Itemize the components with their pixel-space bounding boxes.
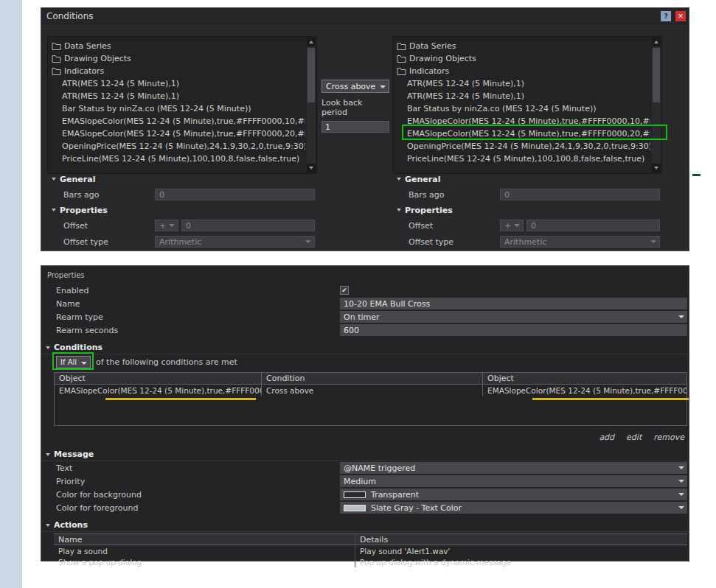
general-section-header[interactable]: General (392, 172, 662, 186)
collapse-icon (46, 346, 50, 349)
conditions-table-body: EMASlopeColor(MES 12-24 (5 Minute),true,… (55, 385, 687, 396)
condition-operator-cell: Cross above (261, 385, 482, 396)
tree-item-label: EMASlopeColor(MES 12-24 (5 Minute),true,… (407, 116, 650, 126)
tree-item-label: OpeningPrice(MES 12-24 (5 Minute),24,1,9… (62, 141, 305, 151)
name-field[interactable]: 10-20 EMA Bull Cross (340, 298, 687, 309)
color-swatch (344, 505, 366, 511)
right-tree-scrollbar[interactable] (652, 38, 661, 172)
tree-item[interactable]: EMASlopeColor(MES 12-24 (5 Minute),true,… (395, 115, 650, 127)
condition-row[interactable]: EMASlopeColor(MES 12-24 (5 Minute),true,… (55, 385, 687, 396)
scroll-up-icon[interactable] (652, 38, 661, 46)
tree-item-label: Data Series (409, 41, 456, 51)
chevron-down-icon (305, 240, 311, 243)
bars-ago-label: Bars ago (392, 190, 500, 200)
tree-item[interactable]: ATR(MES 12-24 (5 Minute),1) (395, 90, 650, 102)
rearm-seconds-field[interactable]: 600 (340, 324, 687, 336)
tree-item[interactable]: EMASlopeColor(MES 12-24 (5 Minute),true,… (50, 115, 305, 127)
edit-link[interactable]: edit (626, 433, 642, 442)
right-condition-tree[interactable]: Data Series Drawing Objects Indicators A… (392, 36, 662, 174)
section-title: General (60, 175, 95, 184)
tree-item[interactable]: ATR(MES 12-24 (5 Minute),1) (50, 77, 305, 90)
action-row[interactable]: Show a pop up dialog Pop up dialog with … (54, 556, 687, 567)
tree-item[interactable]: OpeningPrice(MES 12-24 (5 Minute),24,1,9… (50, 140, 305, 153)
general-section-header[interactable]: General (47, 172, 317, 186)
name-label: Name (41, 299, 340, 309)
folder-icon (397, 67, 406, 75)
offset-type-label: Offset type (47, 237, 155, 247)
message-section-header[interactable]: Message (41, 448, 689, 461)
tree-item-label: Bar Status by ninZa.co (MES 12-24 (5 Min… (62, 104, 251, 113)
conditions-table-header: Object Condition Object (55, 373, 687, 385)
chevron-down-icon (678, 480, 684, 483)
look-back-input[interactable] (321, 121, 389, 133)
rearm-seconds-label: Rearm seconds (41, 326, 340, 335)
scroll-up-icon[interactable] (307, 38, 316, 46)
priority-dropdown[interactable]: Medium (340, 475, 687, 487)
tree-item[interactable]: Bar Status by ninZa.co (MES 12-24 (5 Min… (395, 102, 650, 115)
tree-item[interactable]: OpeningPrice(MES 12-24 (5 Minute),24,1,9… (395, 140, 650, 153)
tree-item[interactable]: PriceLine(MES 12-24 (5 Minute),100,100,8… (395, 153, 650, 165)
section-title: Conditions (54, 343, 102, 352)
foreground-color-dropdown[interactable]: Slate Gray - Text Color (340, 502, 687, 514)
chevron-down-icon (169, 224, 175, 227)
tree-item-label: ATR(MES 12-24 (5 Minute),1) (62, 79, 179, 88)
background-color-dropdown[interactable]: Transparent (340, 489, 687, 500)
column-header-details: Details (355, 534, 687, 545)
close-button[interactable]: ✕ (675, 11, 686, 21)
enabled-checkbox[interactable]: ✔ (340, 286, 349, 295)
tree-item-label: EMASlopeColor(MES 12-24 (5 Minute),true,… (62, 129, 305, 139)
add-link[interactable]: add (599, 433, 614, 442)
help-button[interactable]: ? (661, 11, 671, 21)
bars-ago-field: 0 (500, 189, 660, 200)
actions-table-header: Name Details (54, 534, 687, 545)
tree-item-label: Drawing Objects (409, 54, 476, 63)
tree-item[interactable]: Drawing Objects (395, 52, 650, 65)
tree-item[interactable]: EMASlopeColor(MES 12-24 (5 Minute),true,… (50, 127, 305, 140)
panel-title: Properties (41, 266, 689, 284)
tree-item[interactable]: Indicators (395, 65, 650, 77)
message-text-dropdown[interactable]: @NAME triggered (340, 462, 687, 474)
offset-label: Offset (392, 221, 500, 231)
tree-item[interactable]: Bar Status by ninZa.co (MES 12-24 (5 Min… (50, 102, 305, 115)
properties-section-header[interactable]: Properties (47, 203, 317, 217)
tree-item-label: Indicators (64, 66, 104, 76)
conditions-table: Object Condition Object EMASlopeColor(ME… (54, 372, 687, 426)
tree-item[interactable]: Drawing Objects (50, 52, 305, 65)
folder-icon (52, 42, 61, 50)
column-header-object: Object (482, 373, 687, 384)
action-row[interactable]: Play a sound Play sound 'Alert1.wav' (54, 545, 687, 556)
left-tree-scrollbar[interactable] (307, 38, 316, 172)
message-text-label: Text (41, 463, 340, 473)
properties-section-header[interactable]: Properties (392, 203, 662, 217)
collapse-icon (397, 178, 401, 181)
left-condition-tree[interactable]: Data Series Drawing Objects Indicators A… (47, 36, 317, 174)
color-swatch (344, 491, 366, 498)
tree-item[interactable]: Indicators (50, 65, 305, 77)
tree-item[interactable]: EMASlopeColor(MES 12-24 (5 Minute),true,… (395, 127, 650, 140)
section-title: Properties (60, 206, 108, 215)
rearm-type-dropdown[interactable]: On timer (340, 311, 687, 323)
conditions-section-header[interactable]: Conditions (41, 341, 689, 354)
tree-item[interactable]: ATR(MES 12-24 (5 Minute),1) (50, 90, 305, 102)
tree-item-label: ATR(MES 12-24 (5 Minute),1) (407, 91, 524, 101)
tree-item-label: PriceLine(MES 12-24 (5 Minute),100,100,8… (62, 154, 299, 164)
if-all-dropdown[interactable]: If All (56, 356, 91, 368)
tree-item[interactable]: Data Series (395, 40, 650, 52)
tree-item-label: OpeningPrice(MES 12-24 (5 Minute),24,1,9… (407, 141, 650, 151)
remove-link[interactable]: remove (653, 433, 684, 442)
if-suffix-text: of the following conditions are met (96, 357, 237, 367)
tree-item[interactable]: Data Series (50, 40, 305, 52)
tree-item-label: EMASlopeColor(MES 12-24 (5 Minute),true,… (407, 129, 650, 139)
scrollbar-thumb[interactable] (307, 48, 315, 102)
tree-item-label: PriceLine(MES 12-24 (5 Minute),100,100,8… (407, 154, 644, 164)
operator-dropdown[interactable]: Cross above (321, 80, 389, 93)
operator-value: Cross above (326, 82, 375, 91)
scrollbar-thumb[interactable] (653, 48, 660, 102)
condition-actions-links: add edit remove (41, 430, 689, 444)
tree-item-label: EMASlopeColor(MES 12-24 (5 Minute),true,… (62, 116, 305, 126)
tree-item[interactable]: PriceLine(MES 12-24 (5 Minute),100,100,8… (50, 153, 305, 165)
actions-section-header[interactable]: Actions (41, 519, 689, 532)
tree-item[interactable]: ATR(MES 12-24 (5 Minute),1) (395, 77, 650, 90)
conditions-titlebar[interactable]: Conditions ? ✕ (41, 8, 689, 24)
chevron-down-icon (81, 362, 87, 365)
